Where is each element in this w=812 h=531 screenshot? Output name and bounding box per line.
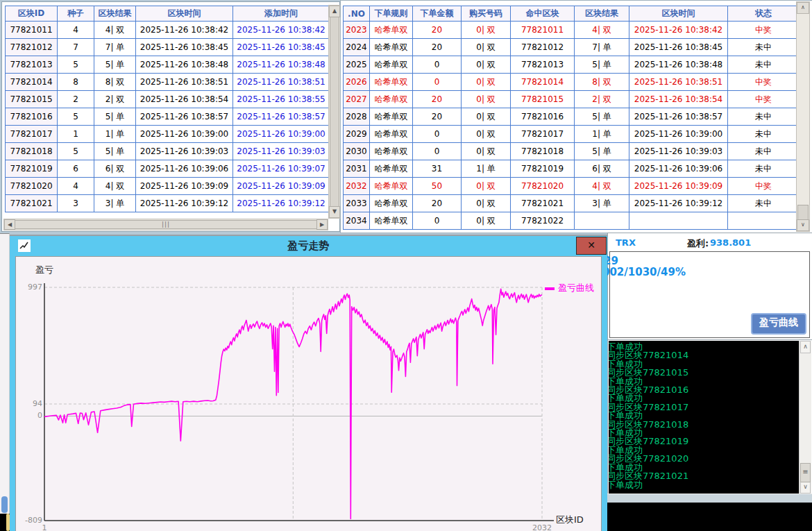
profit-chart-window: 盈亏走势 ✕ 盈亏 区块ID 盈亏曲线 997940-80912032 <box>10 235 607 531</box>
terminal-scroll-thumb[interactable]: ≡ <box>800 463 811 482</box>
table-row[interactable]: 2033哈希单双200| 双778210213| 单2025-11-26 10:… <box>344 195 800 212</box>
terminal-scrollbar[interactable]: ∧ ∨ ≡ <box>799 341 811 494</box>
table-cell: 2025-11-26 10:39:07 <box>233 160 330 178</box>
table-cell: 6| 双 <box>575 160 629 178</box>
table-cell: 2 <box>58 91 94 108</box>
table-row[interactable]: 7782101711| 单2025-11-26 10:39:002025-11-… <box>6 126 330 143</box>
vscroll-thumb[interactable] <box>330 17 339 207</box>
table-row[interactable]: 7782101355| 单2025-11-26 10:38:482025-11-… <box>6 56 330 74</box>
scroll-down-icon[interactable]: ∨ <box>797 219 809 231</box>
y-tick-label: 94 <box>17 399 42 408</box>
table-cell: 哈希单双 <box>370 91 413 108</box>
table-cell: 2032 <box>344 178 370 195</box>
table-cell: 2025-11-26 10:38:51 <box>629 74 728 91</box>
table-row[interactable]: 2030哈希单双00| 双778210185| 单2025-11-26 10:3… <box>344 143 800 160</box>
table-row[interactable]: 7782101144| 双2025-11-26 10:38:422025-11-… <box>6 22 330 39</box>
scroll-down-icon[interactable]: ∨ <box>800 481 811 494</box>
table-cell: 2025-11-26 10:38:42 <box>629 22 728 39</box>
table-cell: 77821016 <box>511 108 575 126</box>
scroll-left-icon[interactable]: ◀ <box>4 219 15 230</box>
table-row[interactable]: 7782102133| 单2025-11-26 10:39:122025-11-… <box>6 195 330 212</box>
column-header[interactable]: 下单金额 <box>413 6 462 22</box>
scroll-up-icon[interactable]: ∧ <box>800 341 811 353</box>
table-cell: 2025-11-26 10:38:48 <box>233 56 330 74</box>
table-row[interactable]: 2026哈希单双00| 双778210148| 双2025-11-26 10:3… <box>344 74 800 91</box>
table-row[interactable]: 2031哈希单双311| 单778210196| 双2025-11-26 10:… <box>344 160 800 178</box>
profit-label: 盈利: <box>687 237 709 250</box>
table-row[interactable]: 7782101655| 单2025-11-26 10:38:572025-11-… <box>6 108 330 126</box>
chart-x-axis-title: 区块ID <box>556 514 584 526</box>
column-header[interactable]: 购买号码 <box>462 6 511 22</box>
table-row[interactable]: 7782101277| 单2025-11-26 10:38:452025-11-… <box>6 39 330 56</box>
scroll-up-icon[interactable]: ∧ <box>797 2 809 14</box>
column-header[interactable]: 区块时间 <box>136 6 233 22</box>
table-row[interactable]: 7782102044| 双2025-11-26 10:39:092025-11-… <box>6 178 330 195</box>
column-header[interactable]: 添加时间 <box>233 6 330 22</box>
close-icon[interactable]: ✕ <box>576 237 607 255</box>
table-row[interactable]: 7782101855| 单2025-11-26 10:39:032025-11-… <box>6 143 330 160</box>
table-cell: 哈希单双 <box>370 178 413 195</box>
table-cell: 77821015 <box>511 91 575 108</box>
table-row[interactable]: 2034哈希单双00| 双77821022 <box>344 212 800 230</box>
table-row[interactable]: 7782101488| 双2025-11-26 10:38:512025-11-… <box>6 74 330 91</box>
table-row[interactable]: 7782101966| 双2025-11-26 10:39:062025-11-… <box>6 160 330 178</box>
table-row[interactable]: 7782101522| 双2025-11-26 10:38:542025-11-… <box>6 91 330 108</box>
table-cell: 哈希单双 <box>370 39 413 56</box>
table-row[interactable]: 2029哈希单双00| 双778210171| 单2025-11-26 10:3… <box>344 126 800 143</box>
table-cell: 1| 单 <box>575 126 629 143</box>
symbol-label: TRX <box>616 237 636 248</box>
column-header[interactable]: 种子 <box>58 6 94 22</box>
block-table-hscrollbar[interactable]: ◀ ▶ ||| <box>3 219 328 230</box>
table-cell <box>728 212 800 230</box>
column-header[interactable]: 命中区块 <box>511 6 575 22</box>
table-cell: 77821021 <box>6 195 58 212</box>
table-cell: 2025 <box>344 56 370 74</box>
column-header[interactable]: 区块结果 <box>94 6 136 22</box>
table-cell: 0| 双 <box>462 22 511 39</box>
table-cell: 77821018 <box>511 143 575 160</box>
stats-box: 29 002/1030/49% 盈亏曲线 <box>609 251 810 338</box>
order-table: .NO下单规则下单金额购买号码命中区块区块结果区块时间状态2023哈希单双200… <box>343 6 800 230</box>
table-cell: 50 <box>413 178 462 195</box>
hscroll-thumb[interactable]: ||| <box>15 220 317 229</box>
table-cell: 哈希单双 <box>370 108 413 126</box>
table-cell <box>629 212 728 230</box>
stats-line-2: 002/1030/49% <box>602 266 686 278</box>
block-table-vscrollbar[interactable]: ▲ ▼ <box>328 5 341 219</box>
table-cell: 8 <box>58 74 94 91</box>
scroll-right-icon[interactable]: ▶ <box>316 219 328 230</box>
column-header[interactable]: 区块时间 <box>629 6 728 22</box>
scroll-up-icon[interactable]: ▲ <box>329 6 340 17</box>
vscroll-thumb[interactable] <box>797 205 809 220</box>
column-header[interactable]: 区块ID <box>6 6 58 22</box>
table-row[interactable]: 2023哈希单双200| 双778210114| 双2025-11-26 10:… <box>344 22 800 39</box>
table-cell: 2025-11-26 10:39:03 <box>629 143 728 160</box>
table-row[interactable]: 2027哈希单双200| 双778210152| 双2025-11-26 10:… <box>344 91 800 108</box>
column-header[interactable]: 下单规则 <box>370 6 413 22</box>
table-cell: 5 <box>58 143 94 160</box>
table-cell: 5| 单 <box>94 56 136 74</box>
table-cell: 1| 单 <box>94 126 136 143</box>
chart-y-axis-title: 盈亏 <box>35 264 53 276</box>
order-table-vscrollbar[interactable]: ∧ ∨ <box>796 1 810 232</box>
table-row[interactable]: 2024哈希单双200| 双778210127| 单2025-11-26 10:… <box>344 39 800 56</box>
table-cell: 2025-11-26 10:39:06 <box>136 160 233 178</box>
column-header[interactable]: .NO <box>344 6 370 22</box>
column-header[interactable]: 区块结果 <box>575 6 629 22</box>
profit-curve-button[interactable]: 盈亏曲线 <box>751 313 806 335</box>
table-cell: 2025-11-26 10:38:57 <box>629 108 728 126</box>
table-cell: 7| 单 <box>575 39 629 56</box>
table-cell: 2025-11-26 10:38:51 <box>233 74 330 91</box>
scroll-down-icon[interactable]: ▼ <box>329 206 340 218</box>
table-cell: 哈希单双 <box>370 195 413 212</box>
table-row[interactable]: 2025哈希单双00| 双778210135| 单2025-11-26 10:3… <box>344 56 800 74</box>
table-cell: 77821013 <box>511 56 575 74</box>
chart-window-titlebar[interactable]: 盈亏走势 ✕ <box>10 236 607 256</box>
table-row[interactable]: 2032哈希单双500| 双778210204| 双2025-11-26 10:… <box>344 178 800 195</box>
table-cell: 2025-11-26 10:39:09 <box>629 178 728 195</box>
column-header[interactable]: 状态 <box>728 6 800 22</box>
table-cell: 2025-11-26 10:38:55 <box>233 91 330 108</box>
table-row[interactable]: 2028哈希单双200| 双778210165| 单2025-11-26 10:… <box>344 108 800 126</box>
table-cell: 2033 <box>344 195 370 212</box>
table-cell: 哈希单双 <box>370 126 413 143</box>
